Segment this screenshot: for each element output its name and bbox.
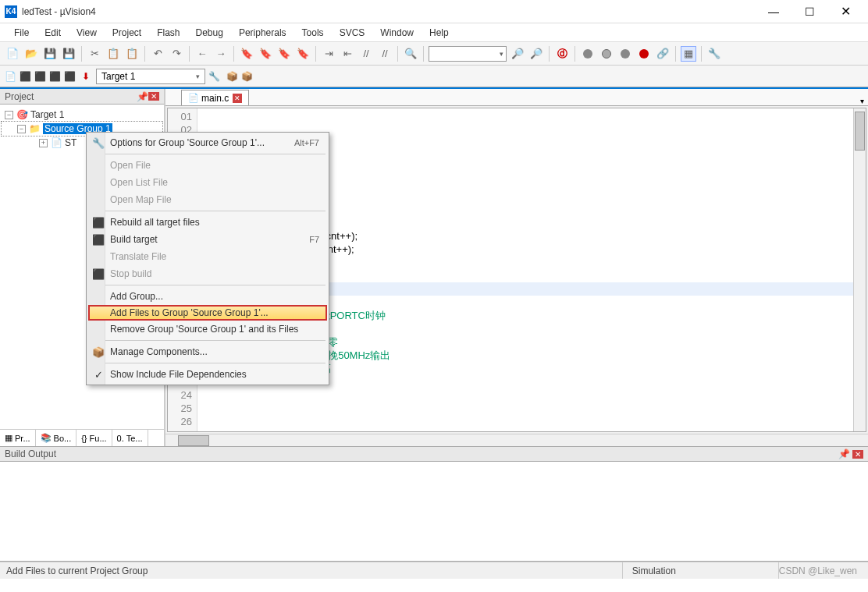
ctx-item[interactable]: ⬛Rebuild all target files xyxy=(88,214,327,231)
status-message: Add Files to current Project Group xyxy=(6,562,623,579)
status-simulation: Simulation xyxy=(623,562,779,579)
project-pane-title: Project 📌 ✕ xyxy=(0,89,164,105)
menu-svcs[interactable]: SVCS xyxy=(332,24,373,41)
window-layout-icon[interactable]: ▦ xyxy=(681,46,696,62)
ctx-item[interactable]: Remove Group 'Source Group 1' and its Fi… xyxy=(88,321,327,338)
pane-close-icon[interactable]: ✕ xyxy=(148,92,159,101)
ctx-item[interactable]: ✓Show Include File Dependencies xyxy=(88,366,327,383)
ctx-item: Open File xyxy=(88,157,327,174)
find-combo[interactable] xyxy=(429,46,507,62)
breakpoint3-icon[interactable] xyxy=(617,46,633,62)
ctx-item[interactable]: Add Group... xyxy=(88,288,327,305)
minimize-button[interactable]: — xyxy=(756,0,792,23)
window-title: ledTest - µVision4 xyxy=(22,6,96,17)
build-output-body[interactable] xyxy=(0,462,868,562)
open-icon[interactable]: 📂 xyxy=(23,46,39,62)
menu-project[interactable]: Project xyxy=(105,24,149,41)
menu-window[interactable]: Window xyxy=(372,24,422,41)
tab-close-icon[interactable]: ✕ xyxy=(233,94,242,103)
close-button[interactable]: ✕ xyxy=(827,0,863,23)
indent-icon[interactable]: ⇥ xyxy=(321,46,336,62)
outdent-icon[interactable]: ⇤ xyxy=(340,46,355,62)
bookmark-next-icon[interactable]: 🔖 xyxy=(276,46,292,62)
bookmark-icon[interactable]: 🔖 xyxy=(239,46,254,62)
ctx-item[interactable]: 🔧Options for Group 'Source Group 1'...Al… xyxy=(88,134,327,151)
translate-icon[interactable]: 📄 xyxy=(5,71,16,82)
menu-debug[interactable]: Debug xyxy=(188,24,231,41)
menu-view[interactable]: View xyxy=(69,24,105,41)
file-icon: 📄 xyxy=(188,93,197,103)
menu-edit[interactable]: Edit xyxy=(37,24,69,41)
target-icon: 🎯 xyxy=(16,109,28,120)
save-icon[interactable]: 💾 xyxy=(42,46,58,62)
breakpoint-icon[interactable] xyxy=(580,46,596,62)
comment-icon[interactable]: // xyxy=(358,46,374,62)
disable-breakpoints-icon[interactable]: 🔗 xyxy=(655,46,671,62)
expand-icon[interactable]: − xyxy=(17,125,26,133)
menu-file[interactable]: File xyxy=(6,24,37,41)
ctx-item-label: Show Include File Dependencies xyxy=(110,369,247,380)
redo-icon[interactable]: ↷ xyxy=(169,46,184,62)
ctx-item[interactable]: ⬛Build targetF7 xyxy=(88,231,327,248)
undo-icon[interactable]: ↶ xyxy=(150,46,165,62)
incremental-find-icon[interactable]: 🔎 xyxy=(528,46,544,62)
nav-fwd-icon[interactable]: → xyxy=(213,46,229,62)
configure-icon[interactable]: 🔧 xyxy=(706,46,722,62)
pin-icon[interactable]: 📌 xyxy=(838,448,850,459)
uncomment-icon[interactable]: // xyxy=(377,46,393,62)
target-options-icon[interactable]: 🔧 xyxy=(208,71,220,82)
kill-breakpoints-icon[interactable] xyxy=(636,46,652,62)
tab-project[interactable]: ▦Pr... xyxy=(0,430,36,446)
ctx-item-icon: 📦 xyxy=(91,346,105,358)
ctx-item[interactable]: Add Files to Group 'Source Group 1'... xyxy=(88,305,327,321)
pin-icon[interactable]: 📌 xyxy=(137,91,146,102)
paste-icon[interactable]: 📋 xyxy=(124,46,140,62)
build-output-title: Build Output 📌 ✕ xyxy=(0,446,868,462)
tab-templates[interactable]: 0.Te... xyxy=(112,430,148,446)
cut-icon[interactable]: ✂ xyxy=(87,46,102,62)
save-all-icon[interactable]: 💾 xyxy=(61,46,76,62)
batch-build-icon[interactable]: ⬛ xyxy=(49,71,61,82)
status-bar: Add Files to current Project Group Simul… xyxy=(0,562,868,579)
nav-back-icon[interactable]: ← xyxy=(194,46,210,62)
tab-books[interactable]: 📚Bo... xyxy=(36,430,77,446)
maximize-button[interactable]: ☐ xyxy=(792,0,827,23)
manage-components-icon[interactable]: 📦 xyxy=(226,71,238,82)
bookmark-prev-icon[interactable]: 🔖 xyxy=(258,46,273,62)
stop-build-icon[interactable]: ⬛ xyxy=(64,71,76,82)
ctx-item: Open List File xyxy=(88,174,327,191)
expand-icon[interactable]: + xyxy=(39,139,48,147)
find-in-files-icon[interactable]: 🔎 xyxy=(510,46,525,62)
breakpoint2-icon[interactable] xyxy=(599,46,614,62)
bookmark-clear-icon[interactable]: 🔖 xyxy=(295,46,311,62)
ctx-item: Open Map File xyxy=(88,191,327,208)
debug-icon[interactable]: ⓓ xyxy=(554,46,570,62)
download-icon[interactable]: ⬇ xyxy=(82,71,90,82)
manage-rte-icon[interactable]: 📦 xyxy=(241,71,253,82)
context-menu: 🔧Options for Group 'Source Group 1'...Al… xyxy=(86,132,329,385)
menu-flash[interactable]: Flash xyxy=(149,24,187,41)
ctx-item-label: Stop build xyxy=(110,268,151,279)
target-selector[interactable]: Target 1 xyxy=(96,69,205,84)
menu-tools[interactable]: Tools xyxy=(294,24,332,41)
ctx-item: ⬛Stop build xyxy=(88,265,327,282)
horizontal-scrollbar[interactable] xyxy=(165,434,868,446)
tree-root[interactable]: − 🎯 Target 1 xyxy=(2,108,162,122)
copy-icon[interactable]: 📋 xyxy=(105,46,121,62)
ctx-item-shortcut: F7 xyxy=(309,235,319,244)
menu-peripherals[interactable]: Peripherals xyxy=(231,24,294,41)
expand-icon[interactable]: − xyxy=(5,111,13,119)
tab-functions[interactable]: {}Fu... xyxy=(76,430,112,446)
rebuild-icon[interactable]: ⬛ xyxy=(34,71,46,82)
new-icon[interactable]: 📄 xyxy=(5,46,20,62)
editor-tab-main[interactable]: 📄 main.c ✕ xyxy=(181,90,249,105)
find-icon[interactable]: 🔍 xyxy=(403,46,418,62)
ctx-item[interactable]: 📦Manage Components... xyxy=(88,343,327,360)
folder-icon: 📁 xyxy=(28,123,41,134)
pane-close-icon[interactable]: ✕ xyxy=(852,450,863,459)
title-bar: K4 ledTest - µVision4 — ☐ ✕ xyxy=(0,0,868,23)
menu-help[interactable]: Help xyxy=(422,24,457,41)
build-icon[interactable]: ⬛ xyxy=(20,71,31,82)
editor-tab-dropdown[interactable]: ▾ xyxy=(856,97,868,105)
ctx-item-icon: ⬛ xyxy=(91,217,105,229)
